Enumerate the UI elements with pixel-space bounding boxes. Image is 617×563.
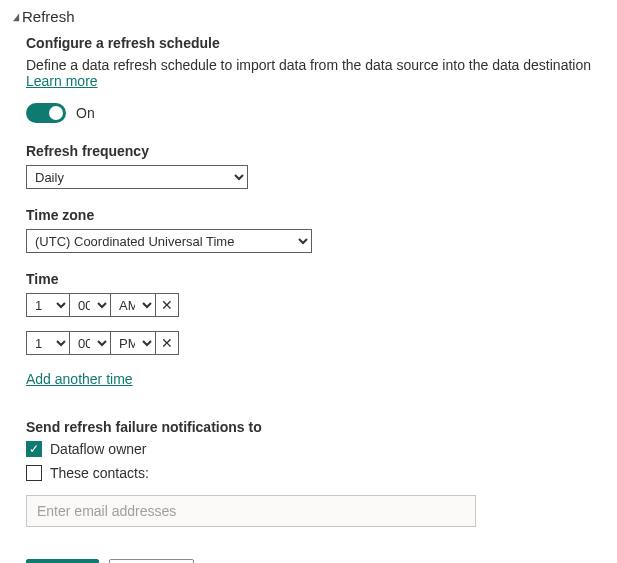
apply-button[interactable]: Apply bbox=[26, 559, 99, 563]
close-icon: ✕ bbox=[161, 297, 173, 313]
time-row: 1 00 PM ✕ bbox=[26, 331, 605, 355]
configure-description: Define a data refresh schedule to import… bbox=[26, 57, 605, 89]
time-ampm-select[interactable]: AM bbox=[110, 293, 156, 317]
time-hour-select[interactable]: 1 bbox=[26, 293, 70, 317]
time-hour-select[interactable]: 1 bbox=[26, 331, 70, 355]
section-header: ◢ Refresh bbox=[12, 8, 605, 25]
remove-time-button[interactable]: ✕ bbox=[155, 293, 179, 317]
contacts-checkbox[interactable] bbox=[26, 465, 42, 481]
time-ampm-select[interactable]: PM bbox=[110, 331, 156, 355]
section-title: Refresh bbox=[22, 8, 75, 25]
owner-checkbox-label: Dataflow owner bbox=[50, 441, 147, 457]
learn-more-link[interactable]: Learn more bbox=[26, 73, 98, 89]
timezone-label: Time zone bbox=[26, 207, 605, 223]
contacts-checkbox-label: These contacts: bbox=[50, 465, 149, 481]
remove-time-button[interactable]: ✕ bbox=[155, 331, 179, 355]
add-time-link[interactable]: Add another time bbox=[26, 371, 133, 387]
time-minute-select[interactable]: 00 bbox=[69, 331, 111, 355]
timezone-select[interactable]: (UTC) Coordinated Universal Time bbox=[26, 229, 312, 253]
description-text: Define a data refresh schedule to import… bbox=[26, 57, 591, 73]
discard-button[interactable]: Discard bbox=[109, 559, 194, 563]
toggle-knob bbox=[49, 106, 63, 120]
close-icon: ✕ bbox=[161, 335, 173, 351]
contacts-email-input[interactable] bbox=[26, 495, 476, 527]
checkmark-icon: ✓ bbox=[29, 443, 39, 455]
configure-subtitle: Configure a refresh schedule bbox=[26, 35, 605, 51]
collapse-icon[interactable]: ◢ bbox=[13, 11, 19, 22]
frequency-select[interactable]: Daily bbox=[26, 165, 248, 189]
enable-toggle[interactable] bbox=[26, 103, 66, 123]
time-row: 1 00 AM ✕ bbox=[26, 293, 605, 317]
time-minute-select[interactable]: 00 bbox=[69, 293, 111, 317]
frequency-label: Refresh frequency bbox=[26, 143, 605, 159]
toggle-state-label: On bbox=[76, 105, 95, 121]
owner-checkbox[interactable]: ✓ bbox=[26, 441, 42, 457]
time-label: Time bbox=[26, 271, 605, 287]
notifications-label: Send refresh failure notifications to bbox=[26, 419, 605, 435]
